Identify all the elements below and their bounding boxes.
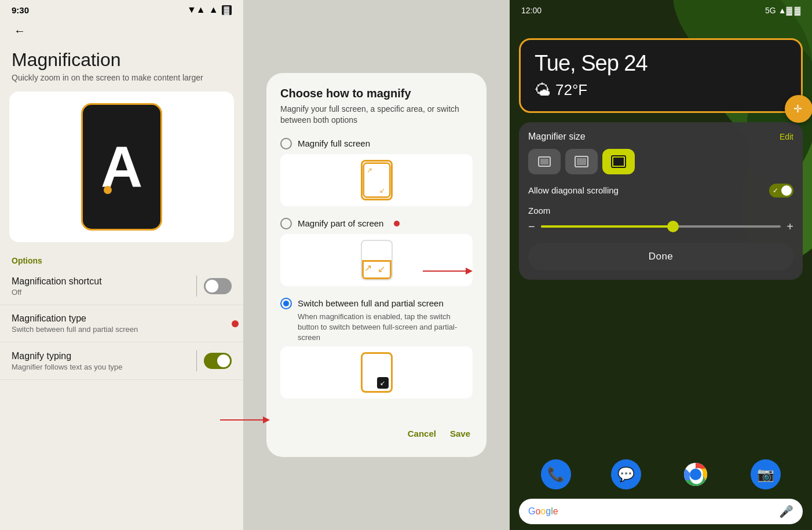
arrow-dialog-phone bbox=[423, 265, 539, 277]
phone-status-right: 5G ▲▓ ▓ bbox=[765, 6, 800, 15]
type-subtitle: Switch between full and partial screen bbox=[12, 325, 232, 334]
preview-switch-screen: ↙ bbox=[280, 346, 473, 399]
shortcut-title: Magnification shortcut bbox=[12, 276, 189, 287]
type-title: Magnification type bbox=[12, 313, 232, 324]
wifi-icon: ▼▲ bbox=[187, 5, 206, 15]
dialog-option-switch[interactable]: Switch between full and partial screen W… bbox=[280, 298, 473, 401]
zoom-fill bbox=[541, 225, 673, 228]
signal-icon: ▲ bbox=[209, 5, 218, 15]
svg-text:✛: ✛ bbox=[793, 103, 802, 115]
toggle-knob bbox=[206, 280, 218, 293]
red-dot-part bbox=[394, 221, 400, 226]
preview-part-screen: ↙ ↗ bbox=[280, 234, 473, 286]
magnifier-popup: Magnifier size Edit bbox=[519, 122, 803, 280]
dialog-buttons: Cancel Save bbox=[280, 419, 473, 443]
svg-rect-18 bbox=[613, 158, 624, 166]
google-logo: Google bbox=[528, 506, 558, 517]
radio-part[interactable] bbox=[280, 218, 292, 229]
magnifier-fab[interactable]: ✛ bbox=[785, 95, 812, 123]
dialog-panel: Choose how to magnify Magnify your full … bbox=[243, 0, 510, 530]
dock-chrome-app[interactable] bbox=[681, 459, 711, 489]
svg-text:↗: ↗ bbox=[367, 166, 372, 174]
phone-signal-bars: ▲▓ bbox=[778, 6, 792, 15]
dialog-description: Magnify your full screen, a specific are… bbox=[280, 104, 473, 126]
settings-item-type[interactable]: Magnification type Switch between full a… bbox=[0, 305, 243, 342]
google-search-bar[interactable]: Google 🎤 bbox=[519, 499, 803, 524]
zoom-increase-btn[interactable]: + bbox=[787, 220, 793, 233]
full-screen-svg: ↗ ↙ bbox=[363, 160, 391, 200]
google-mic-icon[interactable]: 🎤 bbox=[779, 505, 793, 518]
zoom-label: Zoom bbox=[528, 206, 793, 215]
toggle-small-knob bbox=[781, 185, 792, 196]
size-large-icon bbox=[610, 153, 627, 170]
popup-header: Magnifier size Edit bbox=[528, 131, 793, 142]
dialog-option-part[interactable]: Magnify part of screen ↙ ↗ bbox=[280, 218, 473, 288]
shortcut-subtitle: Off bbox=[12, 288, 189, 297]
save-button[interactable]: Save bbox=[448, 424, 473, 443]
preview-dot bbox=[104, 186, 112, 194]
weather-icon: 🌤 bbox=[535, 81, 551, 100]
svg-text:↙: ↙ bbox=[378, 264, 385, 274]
size-large-btn[interactable] bbox=[602, 149, 635, 174]
page-title: Magnification bbox=[0, 45, 243, 73]
size-medium-btn[interactable] bbox=[565, 149, 598, 174]
dialog-option-full[interactable]: Magnify full screen ↗ ↙ bbox=[280, 138, 473, 209]
option-full-label: Magnify full screen bbox=[298, 138, 370, 148]
zoom-decrease-btn[interactable]: − bbox=[528, 220, 535, 233]
settings-topbar: ← bbox=[0, 17, 243, 45]
preview-full-screen: ↗ ↙ bbox=[280, 154, 473, 206]
svg-rect-16 bbox=[577, 158, 586, 165]
typing-subtitle: Magnifier follows text as you type bbox=[12, 363, 189, 371]
clock-widget: Tue, Sep 24 🌤 72°F ✛ bbox=[519, 38, 803, 113]
diag-scroll-row: Allow diagonal scrolling ✓ bbox=[528, 184, 793, 198]
radio-full[interactable] bbox=[280, 138, 292, 149]
switch-corner-box: ↙ bbox=[377, 377, 389, 389]
phone-date: Tue, Sep 24 bbox=[535, 52, 787, 76]
messages-app-icon: 💬 bbox=[617, 466, 635, 483]
settings-statusbar: 9:30 ▼▲ ▲ ▓ bbox=[0, 0, 243, 17]
option-switch-sublabel: When magnification is enabled, tap the s… bbox=[298, 312, 473, 343]
dialog-title: Choose how to magnify bbox=[280, 87, 473, 100]
cancel-button[interactable]: Cancel bbox=[405, 424, 438, 443]
options-section-label: Options bbox=[0, 251, 243, 268]
phone-switch-icon: ↙ bbox=[361, 352, 393, 393]
settings-item-typing[interactable]: Magnify typing Magnifier follows text as… bbox=[0, 342, 243, 380]
preview-card: A bbox=[9, 92, 234, 242]
status-time: 9:30 bbox=[12, 5, 29, 15]
dock-messages-app[interactable]: 💬 bbox=[611, 459, 641, 489]
phone-full-icon: ↗ ↙ bbox=[361, 160, 393, 200]
arrow-decoration bbox=[220, 414, 278, 426]
phone-signal: 5G bbox=[765, 6, 776, 15]
dock-camera-app[interactable]: 📷 bbox=[751, 459, 781, 489]
typing-toggle[interactable] bbox=[204, 353, 232, 369]
phone-app-icon: 📞 bbox=[547, 466, 565, 483]
shortcut-toggle[interactable] bbox=[204, 278, 232, 294]
option-part-label: Magnify part of screen bbox=[298, 218, 383, 228]
chrome-icon bbox=[683, 462, 708, 487]
back-button[interactable]: ← bbox=[9, 22, 30, 40]
radio-switch[interactable] bbox=[280, 298, 292, 309]
zoom-thumb[interactable] bbox=[667, 221, 679, 232]
phone-content: 12:00 5G ▲▓ ▓ Tue, Sep 24 🌤 72°F ✛ Magni… bbox=[510, 0, 812, 530]
diag-scroll-toggle[interactable]: ✓ bbox=[769, 184, 793, 198]
svg-text:↙: ↙ bbox=[379, 187, 385, 195]
done-button[interactable]: Done bbox=[528, 243, 793, 271]
phone-dock: 📞 💬 📷 bbox=[510, 454, 812, 495]
camera-app-icon: 📷 bbox=[757, 466, 774, 483]
checkmark-icon: ✓ bbox=[773, 187, 778, 195]
size-small-icon bbox=[536, 153, 553, 170]
size-medium-icon bbox=[573, 153, 590, 170]
page-subtitle: Quickly zoom in on the screen to make co… bbox=[0, 73, 243, 92]
svg-rect-14 bbox=[540, 159, 548, 165]
size-small-btn[interactable] bbox=[528, 149, 561, 174]
popup-edit[interactable]: Edit bbox=[780, 132, 793, 141]
zoom-row: Zoom − + bbox=[528, 206, 793, 233]
part-contract-icon: ↗ bbox=[364, 262, 376, 273]
popup-title: Magnifier size bbox=[528, 131, 586, 142]
zoom-track[interactable] bbox=[541, 225, 781, 228]
switch-arrow-icon: ↙ bbox=[380, 379, 385, 387]
phone-weather: 🌤 72°F bbox=[535, 81, 787, 100]
dock-phone-app[interactable]: 📞 bbox=[541, 459, 571, 489]
option-switch-label: Switch between full and partial screen bbox=[298, 298, 444, 308]
settings-item-shortcut[interactable]: Magnification shortcut Off bbox=[0, 268, 243, 305]
